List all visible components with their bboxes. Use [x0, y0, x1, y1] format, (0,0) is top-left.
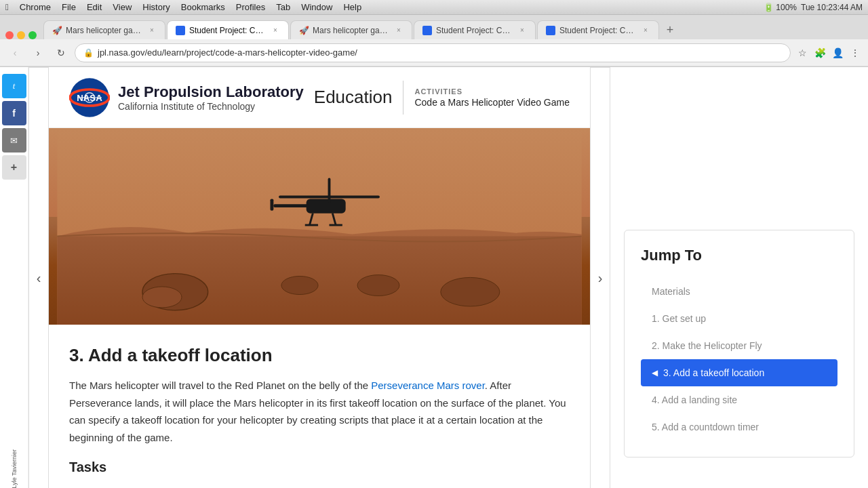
next-page-button[interactable]: ›: [590, 67, 610, 488]
tab-3-label: Mars helicopter game (wi...: [313, 26, 390, 35]
reload-button[interactable]: ↻: [52, 43, 71, 62]
tab-menu[interactable]: Tab: [276, 2, 290, 12]
file-menu[interactable]: File: [62, 2, 76, 12]
perseverance-link[interactable]: Perseverance Mars rover: [371, 380, 485, 391]
right-arrow-icon: ›: [598, 270, 603, 286]
tab-2[interactable]: Student Project: Code a M... ×: [167, 20, 289, 39]
new-tab-button[interactable]: +: [660, 20, 679, 39]
tab-2-close[interactable]: ×: [271, 26, 280, 35]
chrome-menu[interactable]: Chrome: [20, 2, 51, 12]
svg-point-10: [357, 275, 399, 296]
tab-2-favicon: [176, 26, 185, 35]
minimize-window-btn[interactable]: [17, 31, 25, 39]
active-arrow-icon: ◀: [652, 368, 658, 378]
jump-to-title: Jump To: [641, 247, 837, 264]
forward-button[interactable]: ›: [28, 43, 47, 62]
jump-to-add-landing-site[interactable]: 4. Add a landing site: [641, 386, 837, 413]
profile-icon[interactable]: 👤: [830, 45, 845, 60]
main-content: NASA Jet Propulsion Laboratory Californi…: [49, 67, 590, 488]
tab-1-close[interactable]: ×: [147, 26, 157, 35]
tab-5[interactable]: Student Project: Code a M... ×: [537, 20, 659, 39]
tab-5-close[interactable]: ×: [641, 26, 650, 35]
extensions-icon[interactable]: 🧩: [812, 45, 827, 60]
nasa-logo-container: NASA Jet Propulsion Laboratory Californi…: [69, 77, 304, 118]
section-body: The Mars helicopter will travel to the R…: [69, 377, 570, 446]
svg-point-11: [441, 277, 500, 306]
menu-icon[interactable]: ⋮: [848, 45, 863, 60]
mars-scene-svg: [49, 128, 590, 325]
get-set-up-label: 1. Get set up: [652, 313, 706, 324]
add-countdown-timer-label: 5. Add a countdown timer: [652, 422, 759, 432]
jump-to-materials[interactable]: Materials: [641, 278, 837, 305]
activities-label: ACTIVITIES: [414, 87, 570, 96]
tab-4-close[interactable]: ×: [517, 26, 527, 35]
edit-menu[interactable]: Edit: [87, 2, 102, 12]
right-sidebar: Jump To Materials 1. Get set up 2. Make …: [610, 67, 868, 488]
tab-4-label: Student Project: Code a M...: [436, 26, 513, 35]
jpl-name: Jet Propulsion Laboratory: [118, 83, 304, 101]
make-helicopter-fly-label: 2. Make the Helicopter Fly: [652, 340, 762, 351]
twitter-share-button[interactable]: t: [2, 74, 26, 98]
bookmarks-menu[interactable]: Bookmarks: [181, 2, 225, 12]
battery-status: 🔋 100%: [764, 3, 797, 12]
close-window-btn[interactable]: [5, 31, 14, 39]
help-menu[interactable]: Help: [343, 2, 361, 12]
tab-3[interactable]: 🚀 Mars helicopter game (wi... ×: [290, 20, 412, 39]
url-text: jpl.nasa.gov/edu/learn/project/code-a-ma…: [98, 47, 357, 58]
nasa-logo: NASA: [69, 77, 110, 118]
tab-2-label: Student Project: Code a M...: [189, 26, 267, 35]
header-divider: [403, 81, 403, 115]
view-menu[interactable]: View: [113, 2, 132, 12]
tab-4-favicon: [422, 26, 432, 35]
add-takeoff-location-label: 3. Add a takeoff location: [663, 367, 764, 378]
jump-to-make-helicopter-fly[interactable]: 2. Make the Helicopter Fly: [641, 332, 837, 359]
tab-1[interactable]: 🚀 Mars helicopter game (wi... ×: [43, 20, 165, 39]
tab-3-favicon: 🚀: [299, 26, 309, 35]
titlebar-right: 🔋 100% Tue 10:23:44 AM: [764, 3, 863, 12]
user-tag: Lyle Taviernier: [11, 444, 18, 488]
tab-4[interactable]: Student Project: Code a M... ×: [414, 20, 536, 39]
toolbar-actions: ☆ 🧩 👤 ⋮: [795, 45, 863, 60]
social-sidebar: t f ✉ + Lyle Taviernier: [0, 67, 28, 488]
email-icon: ✉: [10, 136, 18, 146]
back-button[interactable]: ‹: [5, 43, 24, 62]
tasks-title: Tasks: [69, 460, 570, 475]
clock: Tue 10:23:44 AM: [801, 3, 863, 12]
jump-to-add-takeoff-location[interactable]: ◀ 3. Add a takeoff location: [641, 359, 837, 386]
window-menu[interactable]: Window: [301, 2, 332, 12]
tab-bar: 🚀 Mars helicopter game (wi... × Student …: [0, 15, 868, 39]
maximize-window-btn[interactable]: [28, 31, 37, 39]
profiles-menu[interactable]: Profiles: [236, 2, 265, 12]
tab-5-favicon: [546, 26, 555, 35]
tab-5-label: Student Project: Code a M...: [559, 26, 637, 35]
email-share-button[interactable]: ✉: [2, 128, 26, 152]
more-share-button[interactable]: +: [2, 155, 26, 180]
facebook-icon: f: [12, 108, 16, 119]
history-menu[interactable]: History: [142, 2, 170, 12]
header-nav: ACTIVITIES Code a Mars Helicopter Video …: [414, 87, 570, 108]
titlebar:  Chrome File Edit View History Bookmark…: [0, 0, 868, 15]
svg-rect-12: [307, 199, 346, 213]
apple-menu[interactable]: : [5, 2, 9, 12]
bookmark-icon[interactable]: ☆: [795, 45, 810, 60]
plus-icon: +: [11, 161, 17, 174]
address-bar[interactable]: 🔒 jpl.nasa.gov/edu/learn/project/code-a-…: [75, 43, 791, 62]
page: t f ✉ + Lyle Taviernier ‹ NASA: [0, 67, 868, 488]
jump-to-add-countdown-timer[interactable]: 5. Add a countdown timer: [641, 413, 837, 441]
svg-rect-13: [273, 204, 309, 207]
prev-page-button[interactable]: ‹: [28, 67, 49, 488]
facebook-share-button[interactable]: f: [2, 101, 26, 125]
page-title-header: Code a Mars Helicopter Video Game: [414, 97, 570, 108]
jump-to-get-set-up[interactable]: 1. Get set up: [641, 305, 837, 332]
site-header: NASA Jet Propulsion Laboratory Californi…: [49, 67, 590, 128]
tab-3-close[interactable]: ×: [394, 26, 403, 35]
browser-toolbar: ‹ › ↻ 🔒 jpl.nasa.gov/edu/learn/project/c…: [0, 39, 868, 66]
browser-chrome: 🚀 Mars helicopter game (wi... × Student …: [0, 15, 868, 67]
titlebar-menu:  Chrome File Edit View History Bookmark…: [5, 2, 361, 12]
materials-label: Materials: [652, 286, 690, 297]
svg-rect-14: [271, 199, 274, 210]
tab-1-favicon: 🚀: [52, 26, 62, 35]
add-landing-site-label: 4. Add a landing site: [652, 394, 737, 405]
jpl-subtitle: California Institute of Technology: [118, 101, 304, 112]
left-arrow-icon: ‹: [37, 270, 41, 286]
